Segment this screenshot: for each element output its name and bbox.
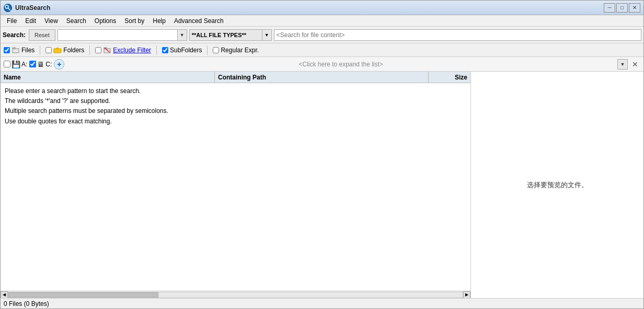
titlebar-controls: ─ □ ✕: [604, 3, 640, 13]
hint-line-3: Multiple search patterns must be separat…: [5, 106, 466, 116]
files-label: Files: [21, 47, 34, 54]
search-input[interactable]: [58, 29, 178, 41]
folders-icon: [53, 47, 62, 54]
drives-bar: 💾 A: 🖥 C: + <Click here to expand the li…: [1, 57, 643, 72]
filetype-dropdown-arrow[interactable]: ▼: [262, 29, 272, 41]
col-path-header[interactable]: Containing Path: [215, 72, 429, 83]
menu-file[interactable]: File: [3, 16, 21, 26]
menu-options[interactable]: Options: [90, 16, 120, 26]
app-icon: [4, 4, 12, 12]
exclude-filter-checkbox[interactable]: [95, 47, 101, 53]
filter-regex[interactable]: Regular Expr.: [213, 47, 259, 54]
scroll-track[interactable]: [8, 292, 463, 298]
content-search-input[interactable]: [274, 29, 641, 41]
close-button[interactable]: ✕: [629, 3, 640, 13]
folders-label: Folders: [63, 47, 84, 54]
drive-c-checkbox[interactable]: [29, 61, 36, 67]
hint-line-4: Use double quotes for exact matching.: [5, 117, 466, 127]
scroll-left-button[interactable]: ◀: [1, 291, 8, 299]
menu-view[interactable]: View: [40, 16, 62, 26]
window-title: UltraSearch: [15, 4, 50, 12]
filter-files[interactable]: Files: [4, 47, 34, 54]
drive-a-checkbox[interactable]: [4, 61, 10, 67]
menubar: File Edit View Search Options Sort by He…: [1, 15, 643, 27]
results-header: Name Containing Path Size: [1, 72, 470, 83]
filter-subfolders[interactable]: SubFolders: [162, 47, 202, 54]
scroll-right-button[interactable]: ▶: [463, 291, 470, 299]
svg-rect-4: [13, 48, 15, 49]
menu-sortby[interactable]: Sort by: [120, 16, 148, 26]
search-toolbar: Search: Reset ▼ **ALL FILE TYPES** ▼: [1, 27, 643, 43]
subfolders-checkbox[interactable]: [162, 47, 168, 53]
preview-hint: 选择要预览的文件。: [527, 180, 588, 190]
exclude-icon: [103, 47, 111, 54]
scroll-thumb[interactable]: [8, 292, 158, 297]
collapse-panel-button[interactable]: ✕: [630, 60, 640, 68]
divider-2: [89, 45, 90, 55]
expand-list-label[interactable]: <Click here to expand the list>: [66, 61, 615, 68]
status-text: 0 Files (0 Bytes): [4, 300, 49, 307]
menu-search[interactable]: Search: [62, 16, 90, 26]
filter-bar: Files Folders Exclude Fil: [1, 43, 643, 57]
main-window: UltraSearch ─ □ ✕ File Edit View Search …: [0, 0, 644, 309]
results-panel: Name Containing Path Size Please enter a…: [1, 72, 471, 298]
divider-3: [156, 45, 157, 55]
drives-dropdown-arrow[interactable]: ▼: [617, 59, 628, 70]
files-icon: [12, 47, 20, 54]
hint-line-2: The wildcards '*'and '?' are supported.: [5, 96, 466, 106]
regex-label: Regular Expr.: [221, 47, 259, 54]
drive-a[interactable]: 💾 A:: [4, 60, 27, 68]
filter-folders[interactable]: Folders: [45, 47, 84, 54]
hint-lines: Please enter a search pattern to start t…: [5, 86, 466, 127]
filter-exclude[interactable]: Exclude Filter: [95, 47, 151, 54]
files-checkbox[interactable]: [4, 47, 10, 53]
folders-checkbox[interactable]: [45, 47, 52, 53]
drive-c-label: C:: [45, 61, 52, 68]
search-label: Search:: [3, 31, 26, 39]
filetype-combo: **ALL FILE TYPES** ▼: [189, 29, 272, 41]
svg-rect-6: [54, 49, 61, 53]
add-drive-button[interactable]: +: [54, 59, 64, 70]
horizontal-scrollbar: ◀ ▶: [1, 291, 470, 298]
preview-panel: 选择要预览的文件。: [471, 72, 643, 298]
regex-checkbox[interactable]: [213, 47, 219, 53]
search-combo: ▼: [58, 29, 187, 41]
results-body: Please enter a search pattern to start t…: [1, 83, 470, 291]
svg-rect-3: [13, 49, 19, 53]
drive-a-label: A:: [21, 61, 27, 68]
titlebar-left: UltraSearch: [4, 4, 50, 12]
drive-c[interactable]: 🖥 C:: [29, 60, 52, 68]
minimize-button[interactable]: ─: [604, 3, 615, 13]
menu-help[interactable]: Help: [148, 16, 170, 26]
drive-a-icon: 💾: [12, 60, 20, 68]
search-dropdown-arrow[interactable]: ▼: [178, 29, 187, 41]
exclude-filter-label: Exclude Filter: [113, 47, 151, 54]
titlebar: UltraSearch ─ □ ✕: [1, 1, 643, 15]
menu-edit[interactable]: Edit: [21, 16, 40, 26]
divider-4: [207, 45, 208, 55]
main-area: Name Containing Path Size Please enter a…: [1, 72, 643, 298]
hint-line-1: Please enter a search pattern to start t…: [5, 86, 466, 96]
drive-c-icon: 🖥: [37, 60, 44, 68]
maximize-button[interactable]: □: [616, 3, 628, 13]
menu-advanced-search[interactable]: Advanced Search: [170, 16, 228, 26]
reset-button[interactable]: Reset: [29, 29, 55, 41]
divider-1: [40, 45, 40, 55]
subfolders-label: SubFolders: [170, 47, 202, 54]
filetype-select[interactable]: **ALL FILE TYPES**: [189, 29, 262, 41]
statusbar: 0 Files (0 Bytes): [1, 298, 643, 308]
col-name-header[interactable]: Name: [1, 72, 215, 83]
col-size-header[interactable]: Size: [429, 72, 470, 83]
